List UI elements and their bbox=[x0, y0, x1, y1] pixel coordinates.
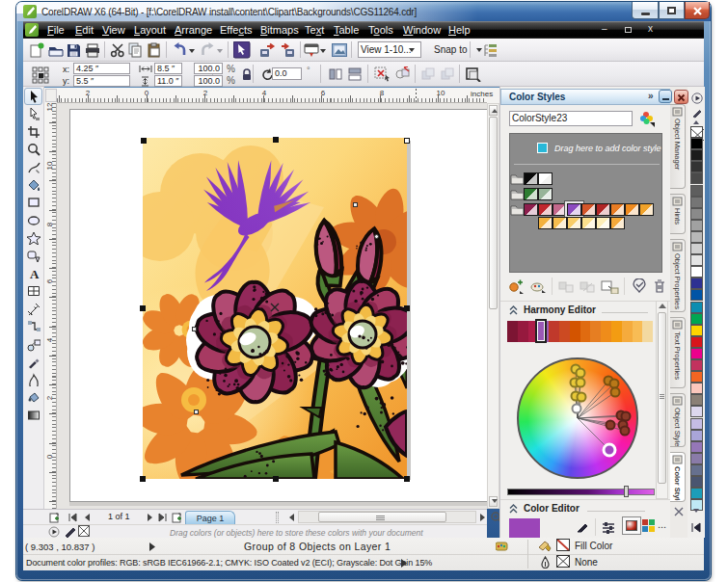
svg-text:A: A bbox=[30, 267, 40, 280]
